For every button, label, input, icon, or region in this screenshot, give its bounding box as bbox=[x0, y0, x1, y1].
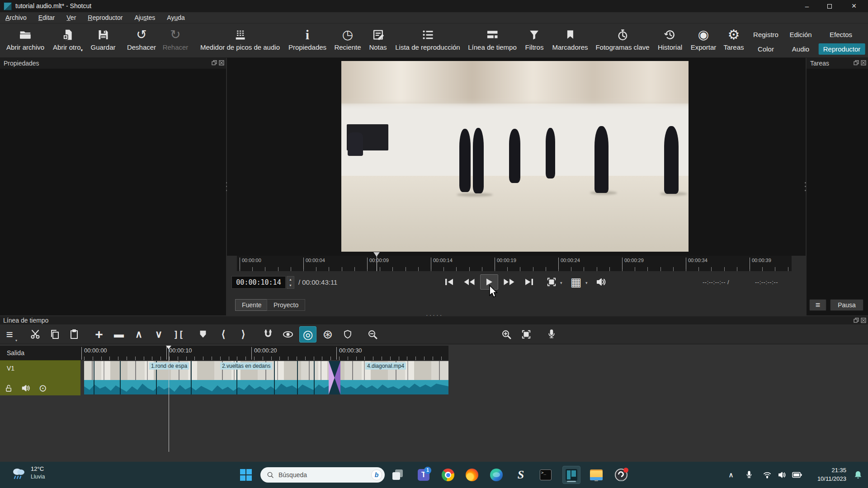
float-panel-icon[interactable] bbox=[854, 318, 859, 323]
float-panel-icon[interactable] bbox=[212, 60, 217, 66]
menu-editar[interactable]: Editar bbox=[38, 14, 55, 21]
ripple-markers-button[interactable] bbox=[339, 326, 356, 343]
clip-label[interactable]: 1.rond de espa bbox=[149, 362, 189, 370]
jobs-menu-button[interactable]: ≡ bbox=[809, 299, 826, 311]
grid-dropdown[interactable]: ▾ bbox=[585, 281, 588, 285]
close-panel-icon[interactable] bbox=[219, 60, 224, 66]
chrome-app-icon[interactable] bbox=[440, 467, 456, 483]
jobs-button[interactable]: ⚙ Tareas bbox=[723, 26, 744, 51]
hide-track-icon[interactable]: ⊙ bbox=[39, 381, 47, 395]
skip-next-button[interactable] bbox=[520, 274, 538, 290]
firefox-app-icon[interactable] bbox=[464, 467, 480, 483]
output-track-label[interactable]: Salida bbox=[7, 349, 24, 357]
notes-button[interactable]: Notas bbox=[369, 26, 387, 51]
history-button[interactable]: Historial bbox=[658, 26, 682, 51]
tray-microphone-icon[interactable] bbox=[741, 467, 757, 483]
timeline-playhead[interactable] bbox=[166, 346, 171, 352]
zoom-fit-dropdown[interactable]: ▾ bbox=[560, 281, 562, 285]
float-panel-icon[interactable] bbox=[854, 60, 859, 66]
shotcut-launcher-icon[interactable]: S bbox=[513, 467, 528, 483]
tab-proyecto[interactable]: Proyecto bbox=[267, 299, 305, 311]
save-button[interactable]: Guardar bbox=[90, 26, 115, 51]
volume-button[interactable] bbox=[592, 274, 610, 290]
lock-track-icon[interactable] bbox=[5, 384, 13, 393]
position-timecode-field[interactable]: 00:00:10:14 bbox=[231, 276, 286, 289]
layout-registro[interactable]: Registro bbox=[749, 29, 783, 40]
start-button[interactable] bbox=[238, 467, 254, 483]
overwrite-button[interactable]: ∨ bbox=[150, 326, 167, 343]
pause-jobs-button[interactable]: Pausa bbox=[830, 299, 863, 311]
minimize-button[interactable]: – bbox=[797, 0, 817, 12]
ripple-button[interactable]: ◎ bbox=[299, 326, 316, 343]
record-audio-button[interactable] bbox=[543, 326, 560, 343]
open-other-button[interactable]: Abrir otro▾ bbox=[53, 26, 83, 52]
menu-ver[interactable]: Ver bbox=[66, 14, 76, 21]
undo-button[interactable]: ↺ Deshacer bbox=[127, 26, 156, 51]
create-marker-button[interactable] bbox=[194, 326, 212, 343]
timeline-ruler[interactable]: Salida 00:00:00 00:00:10 00:00:20 00:00:… bbox=[0, 346, 448, 360]
zoom-fit-button[interactable] bbox=[542, 274, 561, 290]
filters-button[interactable]: Filtros bbox=[525, 26, 544, 51]
close-button[interactable]: × bbox=[844, 0, 864, 12]
weather-widget[interactable]: 12°CLluvia bbox=[11, 465, 45, 480]
maximize-button[interactable] bbox=[819, 0, 840, 12]
append-button[interactable]: + bbox=[90, 326, 108, 343]
player-scrubber[interactable]: 00:00:00 00:00:04 00:00:09 00:00:14 00:0… bbox=[237, 256, 792, 271]
ripple-delete-button[interactable]: ▬ bbox=[110, 326, 127, 343]
markers-button[interactable]: Marcadores bbox=[552, 26, 588, 51]
layout-audio[interactable]: Audio bbox=[788, 43, 814, 55]
layout-reproductor[interactable]: Reproductor bbox=[819, 43, 865, 55]
timeline-clips[interactable]: 1.rond de espa 2.vueltas en dedans 4.dia… bbox=[84, 361, 448, 394]
ripple-all-tracks-button[interactable]: ⊛ bbox=[319, 326, 336, 343]
track-header-v1[interactable]: V1 ⊙ bbox=[0, 360, 80, 395]
tab-fuente[interactable]: Fuente bbox=[235, 299, 269, 311]
timecode-spinner[interactable]: ▲▼ bbox=[287, 276, 294, 289]
taskbar-clock[interactable]: 21:35 10/11/2023 bbox=[809, 466, 846, 483]
transition-clip[interactable] bbox=[329, 361, 340, 394]
recent-button[interactable]: ◷ Reciente bbox=[334, 26, 361, 51]
teams-app-icon[interactable]: T 1 bbox=[416, 467, 431, 483]
skip-previous-button[interactable] bbox=[440, 274, 458, 290]
playlist-button[interactable]: Lista de reproducción bbox=[395, 26, 460, 51]
menu-ajustes[interactable]: Ajustes bbox=[134, 14, 155, 21]
timeline-menu-button[interactable]: ≡▾ bbox=[1, 326, 18, 343]
next-marker-button[interactable]: ⟩ bbox=[235, 326, 252, 343]
open-file-button[interactable]: Abrir archivo bbox=[6, 26, 44, 51]
export-button[interactable]: ◉ Exportar bbox=[691, 26, 717, 51]
tray-battery-icon[interactable] bbox=[789, 467, 805, 483]
paste-button[interactable] bbox=[66, 326, 83, 343]
right-splitter-handle[interactable] bbox=[804, 181, 806, 192]
keyframes-button[interactable]: Fotogramas clave bbox=[595, 26, 649, 51]
close-panel-icon[interactable] bbox=[861, 318, 866, 323]
copy-button[interactable] bbox=[46, 326, 63, 343]
tray-wifi-icon[interactable] bbox=[760, 467, 775, 483]
zoom-in-button[interactable] bbox=[498, 326, 515, 343]
previous-marker-button[interactable]: ⟨ bbox=[215, 326, 232, 343]
layout-edicion[interactable]: Edición bbox=[785, 29, 816, 40]
notifications-bell-icon[interactable] bbox=[850, 467, 866, 483]
edge-app-icon[interactable] bbox=[489, 467, 504, 483]
properties-button[interactable]: i Propiedades bbox=[288, 26, 326, 51]
cut-button[interactable] bbox=[27, 326, 44, 343]
shotcut-window-taskbar-icon[interactable] bbox=[562, 466, 580, 484]
clip-label[interactable]: 2.vueltas en dedans bbox=[220, 362, 272, 370]
tray-expand-chevron[interactable]: ∧ bbox=[723, 467, 739, 483]
scrub-while-dragging-button[interactable] bbox=[279, 326, 297, 343]
zoom-out-button[interactable] bbox=[364, 326, 381, 343]
menu-reproductor[interactable]: Reproductor bbox=[88, 14, 123, 21]
close-panel-icon[interactable] bbox=[861, 60, 866, 66]
zoom-fit-timeline-button[interactable] bbox=[518, 326, 535, 343]
search-box[interactable]: Búsqueda b bbox=[260, 467, 385, 483]
layout-color[interactable]: Color bbox=[753, 43, 778, 55]
split-button[interactable]: ][ bbox=[170, 326, 187, 343]
terminal-app-icon[interactable]: >_ bbox=[538, 467, 553, 483]
layout-efectos[interactable]: Efectos bbox=[825, 29, 857, 40]
mute-track-icon[interactable] bbox=[21, 384, 31, 392]
menu-ayuda[interactable]: Ayuda bbox=[167, 14, 184, 21]
lift-button[interactable]: ∧ bbox=[130, 326, 147, 343]
tray-volume-icon[interactable] bbox=[774, 467, 790, 483]
clip-label[interactable]: 4.diagonal.mp4 bbox=[365, 362, 406, 370]
audio-peak-meter-button[interactable]: Medidor de picos de audio bbox=[200, 26, 280, 51]
rewind-button[interactable] bbox=[460, 274, 478, 290]
file-explorer-icon[interactable] bbox=[589, 467, 604, 483]
